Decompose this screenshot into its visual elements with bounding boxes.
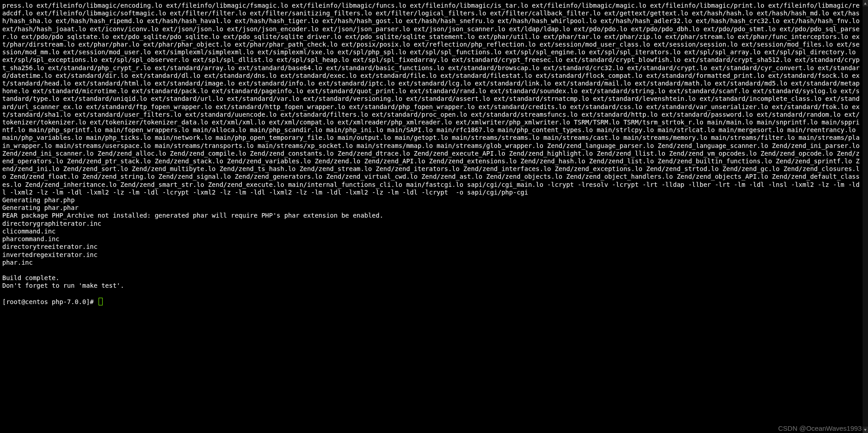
scrollbar-track[interactable] — [863, 6, 868, 427]
inc-file-2: clicommand.inc — [2, 228, 56, 235]
inc-file-1: directorygraphiterator.inc — [2, 220, 101, 227]
gen-phar-phar: Generating phar.phar — [2, 204, 79, 211]
pear-warning: PEAR package PHP_Archive not installed: … — [2, 212, 383, 219]
inc-file-3: pharcommand.inc — [2, 235, 59, 243]
scroll-down-icon[interactable]: ▼ — [863, 427, 868, 433]
gen-phar-php: Generating phar.php — [2, 196, 75, 204]
scrollbar[interactable]: ▲ ▼ — [863, 0, 868, 433]
inc-file-5: invertedregexiterator.inc — [2, 251, 98, 258]
cursor-icon[interactable] — [99, 298, 103, 305]
inc-file-4: directorytreeiterator.inc — [2, 243, 98, 250]
build-complete: Build complete. — [2, 274, 59, 281]
shell-prompt: [root@centos php-7.0.0]# — [2, 298, 98, 305]
make-test-hint: Don't forget to run 'make test'. — [2, 282, 124, 289]
scroll-up-icon[interactable]: ▲ — [863, 0, 868, 6]
inc-file-6: phar.inc — [2, 259, 33, 266]
compile-output: press.lo ext/fileinfo/libmagic/encoding.… — [2, 2, 863, 196]
terminal-viewport[interactable]: press.lo ext/fileinfo/libmagic/encoding.… — [0, 0, 863, 433]
